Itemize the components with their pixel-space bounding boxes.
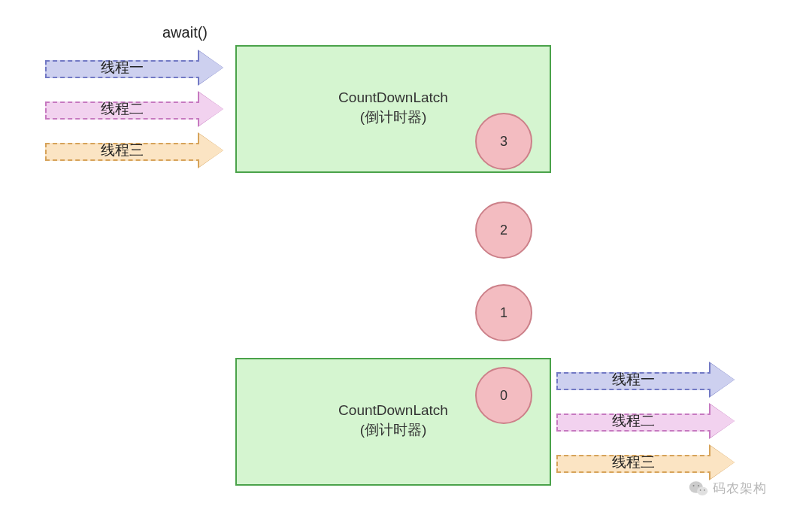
arrow-label: 线程一	[556, 370, 710, 389]
counter-circle-3: 3	[475, 113, 532, 170]
svg-point-2	[692, 485, 694, 486]
watermark: 码农架构	[689, 480, 767, 497]
svg-point-4	[700, 489, 701, 491]
counter-circle-2: 2	[475, 201, 532, 259]
arrow-label: 线程二	[45, 99, 199, 119]
svg-point-3	[698, 485, 699, 486]
box-title: CountDownLatch	[338, 402, 448, 418]
arrow-label: 线程三	[45, 141, 199, 160]
watermark-text: 码农架构	[713, 480, 767, 497]
box-subtitle: (倒计时器)	[360, 109, 427, 125]
counter-circle-0: 0	[475, 367, 532, 424]
arrow-label: 线程一	[45, 58, 199, 77]
svg-point-5	[704, 489, 705, 491]
box-subtitle: (倒计时器)	[360, 422, 427, 438]
counter-circle-1: 1	[475, 284, 532, 341]
diagram: await() 线程一 线程二 线程三 CountDownLatch (倒计时器…	[0, 0, 812, 518]
wechat-icon	[689, 480, 708, 497]
await-label: await()	[162, 24, 208, 41]
box-title: CountDownLatch	[338, 89, 448, 105]
arrow-label: 线程三	[556, 453, 710, 472]
arrow-label: 线程二	[556, 411, 710, 431]
svg-point-1	[697, 486, 707, 495]
